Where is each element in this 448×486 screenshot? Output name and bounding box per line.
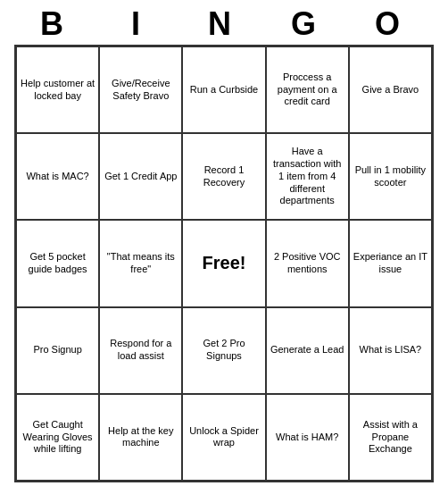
bingo-cell-16[interactable]: Respond for a load assist <box>99 307 182 394</box>
bingo-cell-18[interactable]: Generate a Lead <box>266 307 349 394</box>
bingo-cell-12[interactable]: Free! <box>182 220 265 306</box>
bingo-cell-3[interactable]: Proccess a payment on a credit card <box>266 46 349 133</box>
bingo-cell-13[interactable]: 2 Positive VOC mentions <box>266 220 349 306</box>
bingo-cell-4[interactable]: Give a Bravo <box>349 46 432 133</box>
bingo-cell-24[interactable]: Assist with a Propane Exchange <box>349 394 432 481</box>
bingo-cell-0[interactable]: Help customer at locked bay <box>16 46 99 133</box>
bingo-cell-19[interactable]: What is LISA? <box>349 307 432 394</box>
bingo-cell-17[interactable]: Get 2 Pro Signups <box>182 307 265 394</box>
bingo-cell-14[interactable]: Experiance an IT issue <box>349 220 432 306</box>
bingo-cell-5[interactable]: What is MAC? <box>16 133 99 220</box>
bingo-grid: Help customer at locked bayGive/Receive … <box>14 45 434 482</box>
bingo-cell-2[interactable]: Run a Curbside <box>182 46 265 133</box>
bingo-title: B I N G O <box>14 0 434 45</box>
bingo-cell-7[interactable]: Record 1 Recovery <box>182 133 265 220</box>
bingo-cell-9[interactable]: Pull in 1 mobility scooter <box>349 133 432 220</box>
bingo-cell-1[interactable]: Give/Receive Safety Bravo <box>99 46 182 133</box>
bingo-cell-6[interactable]: Get 1 Credit App <box>99 133 182 220</box>
bingo-cell-22[interactable]: Unlock a Spider wrap <box>182 394 265 481</box>
bingo-cell-23[interactable]: What is HAM? <box>266 394 349 481</box>
bingo-cell-10[interactable]: Get 5 pocket guide badges <box>16 220 99 306</box>
bingo-cell-15[interactable]: Pro Signup <box>16 307 99 394</box>
bingo-cell-11[interactable]: "That means its free" <box>99 220 182 306</box>
bingo-cell-20[interactable]: Get Caught Wearing Gloves while lifting <box>16 394 99 481</box>
bingo-cell-21[interactable]: Help at the key machine <box>99 394 182 481</box>
bingo-cell-8[interactable]: Have a transaction with 1 item from 4 di… <box>266 133 349 220</box>
